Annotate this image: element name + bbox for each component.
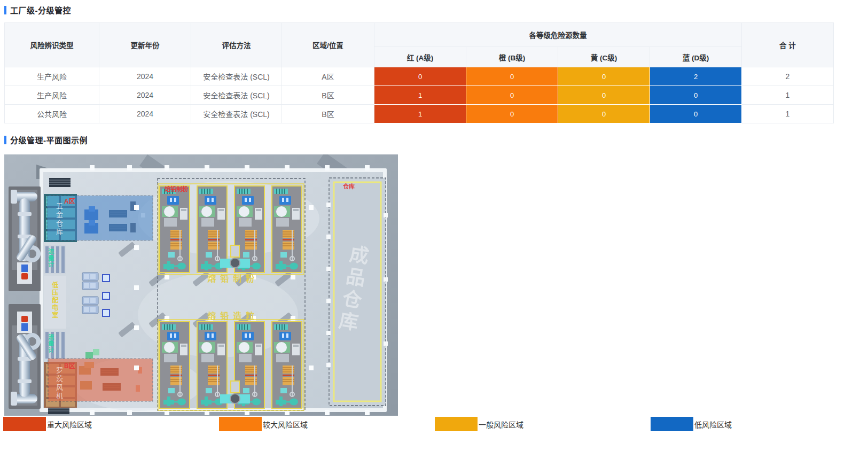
flow-meter-room-top (44, 245, 66, 274)
legend-swatch-major-risk (3, 417, 46, 431)
pipe-assembly-top (9, 186, 41, 291)
title-accent-bar (4, 6, 6, 14)
cell-risk-type: 公共风险 (5, 105, 99, 123)
floor-plan-render (4, 154, 398, 416)
col-header-group-hazard-counts: 各等级危险源数量 (374, 23, 742, 47)
cell-yellow-count: 0 (558, 86, 650, 105)
col-header-total: 合 计 (742, 23, 834, 67)
legend-label-low-risk: 低风险区域 (694, 419, 732, 430)
cell-total: 1 (742, 86, 834, 105)
cell-blue-count: 2 (650, 67, 742, 86)
col-header-orange-b: 橙 (B级) (466, 47, 558, 67)
legend-label-general-risk: 一般风险区域 (479, 419, 523, 430)
legend-label-larger-risk: 较大风险区域 (263, 419, 308, 430)
cell-location: A区 (282, 67, 374, 86)
cell-blue-count: 0 (650, 86, 742, 105)
stairs-bottom (48, 407, 69, 414)
cell-yellow-count: 0 (558, 105, 650, 123)
col-header-method: 评估方法 (191, 23, 282, 67)
section-title-plan-text: 分级管理-平面图示例 (10, 134, 88, 145)
table-row: 生产风险 2024 安全检查表法 (SCL) B区 1 0 0 0 1 (5, 86, 834, 105)
col-header-location: 区域/位置 (282, 23, 374, 67)
cell-orange-count: 0 (466, 105, 558, 123)
cell-yellow-count: 0 (558, 67, 650, 86)
legend-item-low-risk: 低风险区域 (651, 417, 732, 431)
flow-meter-room-bottom (44, 331, 66, 360)
lv-distribution-room (44, 276, 66, 329)
risk-table: 风险辨识类型 更新年份 评估方法 区域/位置 各等级危险源数量 合 计 红 (A… (4, 22, 834, 123)
cell-method: 安全检查表法 (SCL) (191, 105, 282, 123)
cell-orange-count: 0 (466, 86, 558, 105)
cell-total: 1 (742, 105, 834, 123)
finished-goods-warehouse-area (326, 178, 388, 406)
cell-update-year: 2024 (99, 67, 191, 86)
col-header-update-year: 更新年份 (99, 23, 191, 67)
zone-b-major-risk-overlay (48, 359, 153, 401)
legend-item-general-risk: 一般风险区域 (435, 417, 523, 431)
cell-orange-count: 0 (466, 67, 558, 86)
stairs-top (49, 178, 71, 187)
cell-total: 2 (742, 67, 834, 86)
title-accent-bar (4, 136, 6, 144)
cell-method: 安全检查表法 (SCL) (191, 67, 282, 86)
legend-label-major-risk: 重大风险区域 (47, 419, 92, 430)
legend-item-larger-risk: 较大风险区域 (219, 417, 308, 431)
col-header-yellow-c: 黄 (C级) (558, 47, 650, 67)
legend-swatch-low-risk (651, 417, 693, 431)
cell-method: 安全检查表法 (SCL) (191, 86, 282, 105)
section-title-factory-text: 工厂级-分级管控 (10, 4, 71, 15)
cell-update-year: 2024 (99, 86, 191, 105)
floor-plan-image: A区 五金仓库 流量计 低压配电室 流量计 B区 罗茨风机 熔铅制粉 熔铅制粉 … (4, 154, 398, 416)
risk-legend: 重大风险区域 较大风险区域 一般风险区域 低风险区域 (0, 417, 868, 435)
cell-risk-type: 生产风险 (5, 86, 99, 105)
legend-swatch-larger-risk (219, 417, 262, 431)
legend-swatch-general-risk (435, 417, 478, 431)
section-title-factory: 工厂级-分级管控 (4, 5, 868, 15)
table-row: 生产风险 2024 安全检查表法 (SCL) A区 0 0 0 2 2 (5, 67, 834, 86)
section-title-plan: 分级管理-平面图示例 (4, 135, 868, 145)
col-header-risk-type: 风险辨识类型 (5, 23, 99, 67)
pipe-assembly-bottom (9, 304, 41, 409)
cell-risk-type: 生产风险 (5, 67, 99, 86)
col-header-blue-d: 蓝 (D级) (650, 47, 742, 67)
col-header-red-a: 红 (A级) (374, 47, 466, 67)
cell-location: B区 (282, 86, 374, 105)
cell-red-count: 1 (374, 105, 466, 123)
cell-blue-count: 0 (650, 105, 742, 123)
cell-location: B区 (282, 105, 374, 123)
zone-a-low-risk-overlay (47, 196, 153, 240)
table-row: 公共风险 2024 安全检查表法 (SCL) B区 1 0 0 0 1 (5, 105, 834, 123)
legend-item-major-risk: 重大风险区域 (3, 417, 92, 431)
cell-red-count: 0 (374, 67, 466, 86)
cell-red-count: 1 (374, 86, 466, 105)
cell-update-year: 2024 (99, 105, 191, 123)
page: 工厂级-分级管控 风险辨识类型 更新年份 评估方法 区域/位置 各等级危险源数量… (0, 0, 868, 451)
